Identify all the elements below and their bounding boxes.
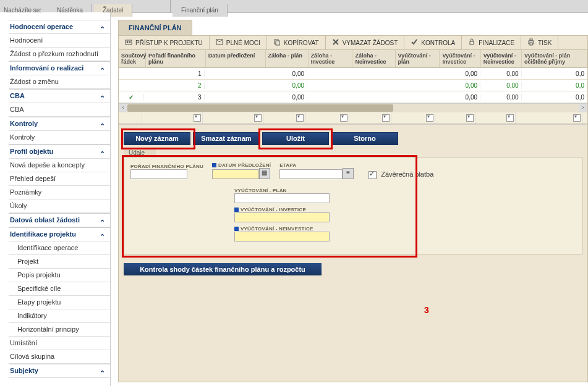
input-poradi[interactable]: [130, 169, 187, 179]
sidebar-item-4[interactable]: Žádost o změnu: [9, 75, 110, 89]
toolbar-access[interactable]: PŘÍSTUP K PROJEKTU: [119, 36, 210, 49]
new-record-button[interactable]: Nový záznam: [124, 132, 190, 145]
filter-cell-6[interactable]: [391, 112, 435, 124]
sidebar-item-6[interactable]: CBA: [9, 103, 110, 117]
col-header-5[interactable]: Záloha - Neinvestice: [352, 50, 395, 67]
sidebar-item-21[interactable]: Indikátory: [9, 309, 110, 323]
sidebar-item-2[interactable]: Žádost o přezkum rozhodnutí: [9, 48, 110, 61]
filter-cell-9[interactable]: [516, 112, 582, 124]
check-amounts-button[interactable]: Kontrola shody částek finančního plánu a…: [124, 263, 322, 275]
sidebar-item-24[interactable]: Cílová skupina: [9, 350, 110, 364]
col-header-2[interactable]: Datum předložení: [206, 50, 266, 67]
filter-cell-5[interactable]: [349, 112, 391, 124]
sidebar-item-10[interactable]: Nová depeše a koncepty: [9, 159, 110, 172]
sidebar-item-12[interactable]: Poznámky: [9, 186, 110, 199]
calendar-icon[interactable]: ▦: [259, 168, 270, 179]
row-check-icon: ✓: [119, 94, 144, 101]
filter-cell-3[interactable]: [263, 112, 305, 124]
toolbar-mail[interactable]: PLNÉ MOCI: [210, 36, 267, 49]
col-header-3[interactable]: Záloha - plán: [266, 50, 309, 67]
filter-cell-2[interactable]: [203, 112, 263, 124]
sidebar-item-3[interactable]: Informování o realizaci⌃: [9, 61, 110, 75]
filter-cell-0[interactable]: [119, 112, 142, 124]
cell: 0,00: [440, 70, 481, 77]
input-vyuct-plan[interactable]: [234, 193, 330, 203]
delete-record-button[interactable]: Smazat záznam: [193, 132, 260, 145]
dropdown-icon[interactable]: [296, 114, 304, 122]
dropdown-icon[interactable]: [382, 114, 390, 122]
scroll-left-icon[interactable]: ‹: [119, 104, 127, 112]
sidebar-item-17[interactable]: Projekt: [9, 255, 110, 269]
toolbar-print[interactable]: TISK: [521, 36, 558, 49]
grid: Součtový řádekPořadí finančního plánuDat…: [119, 50, 587, 125]
check-icon: [411, 38, 418, 47]
sidebar-item-19[interactable]: Specifické cíle: [9, 282, 110, 296]
cell: 2: [144, 82, 204, 89]
grid-header: Součtový řádekPořadí finančního plánuDat…: [119, 50, 587, 68]
sidebar-item-23[interactable]: Umístění: [9, 337, 110, 350]
form-tab[interactable]: Údaje: [124, 149, 156, 157]
sidebar-item-16[interactable]: Identifikace operace: [9, 241, 110, 255]
sidebar-item-5[interactable]: CBA⌃: [9, 89, 110, 103]
sidebar-item-8[interactable]: Kontroly: [9, 131, 110, 145]
sidebar-item-14[interactable]: Datová oblast žádosti⌃: [9, 213, 110, 227]
grid-hscroll[interactable]: ‹ ›: [119, 103, 587, 112]
dropdown-icon[interactable]: [194, 114, 201, 122]
panel-title: FINANČNÍ PLÁN: [118, 20, 192, 35]
col-header-4[interactable]: Záloha - Investice: [309, 50, 353, 67]
svg-rect-9: [530, 43, 532, 45]
dropdown-icon[interactable]: [466, 114, 474, 122]
sidebar-item-7[interactable]: Kontroly⌃: [9, 117, 110, 131]
col-header-0[interactable]: Součtový řádek: [119, 50, 146, 67]
cell: 1: [144, 70, 204, 77]
sidebar-item-0[interactable]: Hodnocení operace⌃: [9, 20, 110, 34]
sidebar-item-13[interactable]: Úkoly: [9, 199, 110, 213]
save-button[interactable]: Uložit: [262, 132, 329, 145]
table-row[interactable]: 20,000,000,000,0: [119, 80, 587, 91]
sidebar-item-1[interactable]: Hodnocení: [9, 34, 110, 48]
dropdown-icon[interactable]: [426, 114, 433, 122]
sidebar-item-15[interactable]: Identifikace projektu⌃: [9, 227, 110, 241]
svg-point-1: [127, 41, 129, 43]
svg-rect-5: [276, 41, 279, 45]
select-icon[interactable]: ≡: [343, 168, 354, 179]
cell: 0,00: [480, 82, 522, 89]
sidebar-item-25[interactable]: Subjekty⌃: [9, 364, 110, 378]
filter-cell-1[interactable]: [142, 112, 203, 124]
toolbar-copy[interactable]: KOPÍROVAT: [267, 36, 326, 49]
dropdown-icon[interactable]: [254, 114, 262, 122]
dropdown-icon[interactable]: [506, 114, 514, 122]
sidebar-item-11[interactable]: Přehled depeší: [9, 172, 110, 186]
col-header-6[interactable]: Vyúčtování - plán: [396, 50, 440, 67]
grid-filters: [119, 112, 587, 124]
table-row[interactable]: ✓30,000,000,000,0: [119, 91, 587, 103]
input-vyuct-inv[interactable]: [234, 212, 330, 222]
filter-cell-8[interactable]: [475, 112, 516, 124]
dropdown-icon[interactable]: [340, 114, 347, 122]
sidebar-item-18[interactable]: Popis projektu: [9, 269, 110, 282]
toolbar-check[interactable]: KONTROLA: [404, 36, 462, 49]
filter-cell-7[interactable]: [435, 112, 475, 124]
checkbox-zaverecna[interactable]: [369, 171, 377, 179]
col-header-7[interactable]: Vyúčtování - Investice: [440, 50, 480, 67]
col-header-1[interactable]: Pořadí finančního plánu: [146, 50, 206, 67]
input-datum[interactable]: [212, 169, 259, 179]
sidebar-item-20[interactable]: Etapy projektu: [9, 296, 110, 309]
scroll-right-icon[interactable]: ›: [579, 104, 587, 112]
svg-rect-0: [126, 40, 132, 44]
filter-cell-4[interactable]: [305, 112, 349, 124]
toolbar-delete[interactable]: VYMAZAT ŽÁDOST: [326, 36, 405, 49]
breadcrumb-seg-2[interactable]: [134, 0, 171, 12]
sidebar-item-9[interactable]: Profil objektu⌃: [9, 145, 110, 159]
input-etapa[interactable]: [279, 169, 343, 179]
sidebar-item-22[interactable]: Horizontální principy: [9, 323, 110, 337]
toolbar-lock[interactable]: FINALIZACE: [462, 36, 521, 49]
scroll-thumb[interactable]: [127, 104, 393, 112]
svg-rect-6: [470, 41, 474, 44]
cancel-button[interactable]: Storno: [331, 132, 398, 145]
dropdown-icon[interactable]: [573, 114, 581, 122]
table-row[interactable]: 10,000,000,000,0: [119, 68, 587, 80]
col-header-8[interactable]: Vyúčtování - Neinvestice: [481, 50, 522, 67]
col-header-9[interactable]: Vyúčtování - plán očištěné příjmy: [522, 50, 587, 67]
input-vyuct-neinv[interactable]: [234, 232, 330, 241]
